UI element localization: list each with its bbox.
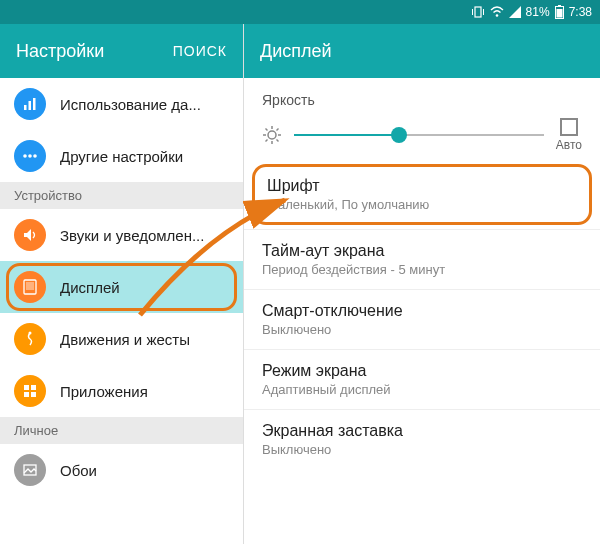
data-usage-icon bbox=[14, 88, 46, 120]
motion-icon bbox=[14, 323, 46, 355]
setting-font[interactable]: Шрифт Маленький, По умолчанию bbox=[252, 164, 592, 225]
sidebar-item-more[interactable]: Другие настройки bbox=[0, 130, 243, 182]
settings-title: Настройки bbox=[16, 41, 104, 62]
svg-line-29 bbox=[277, 129, 279, 131]
svg-rect-0 bbox=[475, 7, 481, 17]
svg-rect-7 bbox=[24, 105, 27, 110]
setting-title: Режим экрана bbox=[262, 362, 582, 380]
vibrate-icon bbox=[471, 6, 485, 18]
sidebar-item-display[interactable]: Дисплей bbox=[0, 261, 243, 313]
section-device: Устройство bbox=[0, 182, 243, 209]
detail-title: Дисплей bbox=[260, 41, 332, 62]
display-icon bbox=[14, 271, 46, 303]
setting-smart-stay[interactable]: Смарт-отключение Выключено bbox=[244, 289, 600, 349]
battery-icon bbox=[555, 5, 564, 19]
svg-point-12 bbox=[33, 154, 37, 158]
svg-point-3 bbox=[495, 14, 498, 17]
svg-rect-6 bbox=[556, 9, 562, 18]
svg-rect-17 bbox=[31, 385, 36, 390]
more-icon bbox=[14, 140, 46, 172]
wallpaper-icon bbox=[14, 454, 46, 486]
setting-title: Смарт-отключение bbox=[262, 302, 582, 320]
setting-sub: Выключено bbox=[262, 322, 582, 337]
setting-sub: Период бездействия - 5 минут bbox=[262, 262, 582, 277]
svg-rect-16 bbox=[24, 385, 29, 390]
svg-line-28 bbox=[266, 140, 268, 142]
svg-rect-18 bbox=[24, 392, 29, 397]
setting-title: Экранная заставка bbox=[262, 422, 582, 440]
search-button[interactable]: ПОИСК bbox=[173, 43, 227, 59]
sound-icon bbox=[14, 219, 46, 251]
svg-rect-14 bbox=[26, 282, 34, 290]
sidebar-item-label: Обои bbox=[60, 462, 97, 479]
setting-title: Тайм-аут экрана bbox=[262, 242, 582, 260]
left-header: Настройки ПОИСК bbox=[0, 24, 243, 78]
sidebar-item-label: Другие настройки bbox=[60, 148, 183, 165]
svg-point-15 bbox=[29, 332, 32, 335]
brightness-section: Яркость Авто bbox=[244, 78, 600, 160]
setting-title: Шрифт bbox=[267, 177, 577, 195]
sidebar: Настройки ПОИСК Использование да... Друг… bbox=[0, 24, 244, 544]
sidebar-item-wallpaper[interactable]: Обои bbox=[0, 444, 243, 496]
sidebar-item-label: Приложения bbox=[60, 383, 148, 400]
sidebar-item-label: Звуки и уведомлен... bbox=[60, 227, 204, 244]
svg-line-27 bbox=[277, 140, 279, 142]
wifi-icon bbox=[490, 6, 504, 18]
setting-screen-mode[interactable]: Режим экрана Адаптивный дисплей bbox=[244, 349, 600, 409]
setting-sub: Адаптивный дисплей bbox=[262, 382, 582, 397]
svg-rect-8 bbox=[29, 101, 32, 110]
svg-line-26 bbox=[266, 129, 268, 131]
brightness-icon bbox=[262, 125, 282, 145]
clock: 7:38 bbox=[569, 5, 592, 19]
setting-timeout[interactable]: Тайм-аут экрана Период бездействия - 5 м… bbox=[244, 229, 600, 289]
svg-rect-9 bbox=[33, 98, 36, 110]
battery-pct: 81% bbox=[526, 5, 550, 19]
status-bar: 81% 7:38 bbox=[0, 0, 600, 24]
right-header: Дисплей bbox=[244, 24, 600, 78]
sidebar-item-motions[interactable]: Движения и жесты bbox=[0, 313, 243, 365]
svg-point-10 bbox=[23, 154, 27, 158]
setting-daydream[interactable]: Экранная заставка Выключено bbox=[244, 409, 600, 469]
svg-point-21 bbox=[268, 131, 276, 139]
sidebar-item-sounds[interactable]: Звуки и уведомлен... bbox=[0, 209, 243, 261]
apps-icon bbox=[14, 375, 46, 407]
brightness-slider[interactable] bbox=[294, 125, 544, 145]
section-personal: Личное bbox=[0, 417, 243, 444]
sidebar-item-apps[interactable]: Приложения bbox=[0, 365, 243, 417]
setting-sub: Маленький, По умолчанию bbox=[267, 197, 577, 212]
setting-sub: Выключено bbox=[262, 442, 582, 457]
svg-point-11 bbox=[28, 154, 32, 158]
brightness-label: Яркость bbox=[262, 92, 582, 108]
detail-panel: Дисплей Яркость Авто Шрифт bbox=[244, 24, 600, 544]
svg-rect-19 bbox=[31, 392, 36, 397]
sidebar-item-label: Дисплей bbox=[60, 279, 120, 296]
sidebar-item-label: Использование да... bbox=[60, 96, 201, 113]
auto-brightness-checkbox[interactable] bbox=[560, 118, 578, 136]
sidebar-item-data-usage[interactable]: Использование да... bbox=[0, 78, 243, 130]
auto-label: Авто bbox=[556, 138, 582, 152]
signal-icon bbox=[509, 6, 521, 18]
sidebar-item-label: Движения и жесты bbox=[60, 331, 190, 348]
